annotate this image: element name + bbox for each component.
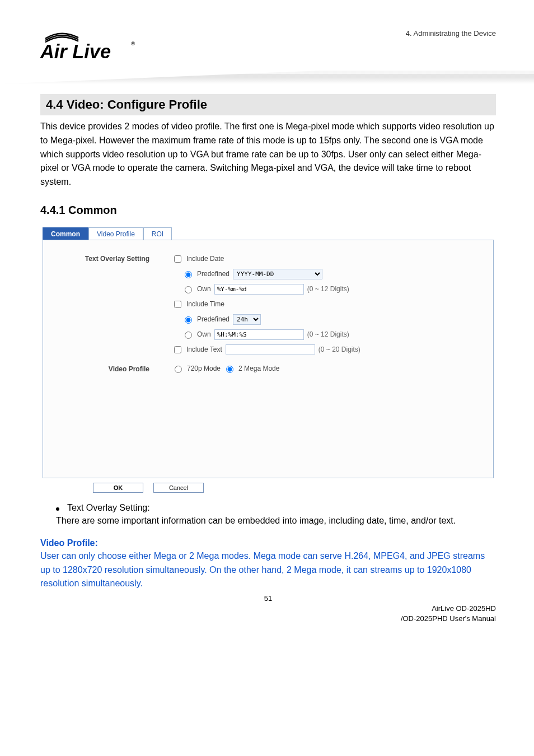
tab-video-profile[interactable]: Video Profile [88,227,143,240]
own-label-2: Own [197,330,211,338]
include-date-checkbox[interactable] [174,255,181,263]
include-text-checkbox[interactable] [174,346,181,353]
date-predefined-select[interactable]: YYYY-MM-DD [233,269,322,279]
date-own-input[interactable] [214,284,304,295]
brand-logo: Air Live ® [40,27,141,68]
date-predefined-radio[interactable] [185,271,192,278]
predefined-label-1: Predefined [197,270,229,278]
video-profile-label: Video Profile [54,364,172,373]
svg-text:Air Live: Air Live [40,41,111,62]
mode-2mega-label: 2 Mega Mode [238,365,279,372]
mode-720p-label: 720p Mode [187,365,221,372]
cancel-button[interactable]: Cancel [153,483,204,493]
mode-2mega-radio[interactable] [226,366,233,373]
date-own-radio[interactable] [185,286,192,293]
time-predefined-select[interactable]: 24h [233,314,261,325]
include-time-label: Include Time [186,300,224,308]
include-time-checkbox[interactable] [174,301,181,308]
bullet-label: Text Overlay Setting: [67,503,150,513]
footer-product: AirLive OD-2025HD /OD-2025PHD User's Man… [40,604,496,624]
chapter-label: 4. Administrating the Device [406,27,496,38]
own-label-1: Own [197,285,211,293]
time-own-radio[interactable] [185,332,192,339]
tab-bar: Common Video Profile ROI [43,227,494,240]
bullet-body: There are some important information can… [56,514,496,528]
section-paragraph: This device provides 2 modes of video pr… [40,120,496,189]
svg-text:®: ® [131,40,135,46]
tab-common[interactable]: Common [43,227,88,240]
config-panel: Common Video Profile ROI Text Overlay Se… [43,227,494,493]
include-text-label: Include Text [186,346,222,353]
video-profile-body: User can only choose either Mega or 2 Me… [40,549,496,591]
predefined-label-2: Predefined [197,315,229,323]
text-digits-hint: (0 ~ 20 Digits) [318,346,360,353]
include-date-label: Include Date [186,255,224,263]
include-text-input[interactable] [226,344,315,354]
bullet-icon [56,507,59,511]
section-title: 4.4 Video: Configure Profile [40,94,496,115]
time-digits-hint: (0 ~ 12 Digits) [307,330,349,338]
subsection-title: 4.4.1 Common [40,204,496,217]
ok-button[interactable]: OK [93,483,143,493]
text-overlay-label: Text Overlay Setting [54,254,172,263]
date-digits-hint: (0 ~ 12 Digits) [307,285,349,293]
video-profile-heading: Video Profile: [40,538,496,548]
page-number: 51 [40,594,496,603]
time-own-input[interactable] [214,329,304,340]
tab-roi[interactable]: ROI [143,227,172,240]
time-predefined-radio[interactable] [185,316,192,324]
mode-720p-radio[interactable] [175,366,182,373]
